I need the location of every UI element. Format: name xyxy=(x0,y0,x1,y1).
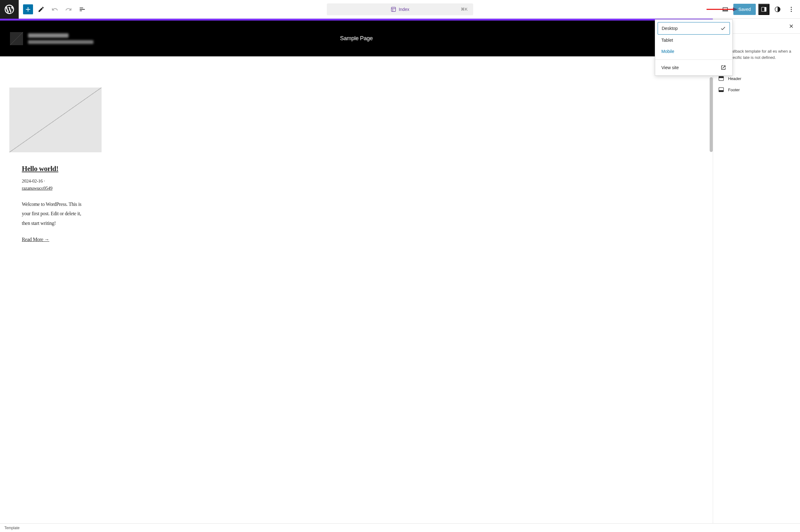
featured-image-placeholder[interactable] xyxy=(9,88,101,152)
close-icon xyxy=(788,23,794,29)
keyboard-shortcut: ⌘K xyxy=(461,7,468,12)
site-logo-placeholder[interactable] xyxy=(10,32,23,45)
main-area: Sample Page Hello world! 2024-02-16 · ra… xyxy=(0,19,800,523)
nav-sample-page[interactable]: Sample Page xyxy=(340,35,373,42)
svg-point-8 xyxy=(791,6,792,7)
sidebar-icon xyxy=(761,6,767,13)
footer-icon xyxy=(718,87,724,93)
post-date[interactable]: 2024-02-16 xyxy=(22,178,43,184)
document-switcher[interactable]: Index ⌘K xyxy=(327,3,473,15)
add-block-button[interactable] xyxy=(23,4,33,14)
svg-point-10 xyxy=(791,11,792,12)
top-toolbar: Index ⌘K Saved xyxy=(0,0,800,19)
template-icon xyxy=(391,6,396,12)
saved-button: Saved xyxy=(734,4,756,15)
undo-button[interactable] xyxy=(49,4,60,15)
list-view-button[interactable] xyxy=(77,4,88,15)
annotation-arrow xyxy=(707,6,738,13)
post-title[interactable]: Hello world! xyxy=(22,165,89,173)
check-icon xyxy=(720,25,726,31)
post-card[interactable]: Hello world! 2024-02-16 · razanuwuco9549… xyxy=(9,88,101,252)
post-excerpt[interactable]: Welcome to WordPress. This is your first… xyxy=(22,200,89,228)
dropdown-view-site[interactable]: View site xyxy=(655,60,732,75)
contrast-icon xyxy=(774,6,781,13)
post-body: Hello world! 2024-02-16 · razanuwuco9549… xyxy=(9,152,101,252)
toolbar-left xyxy=(19,4,92,15)
post-meta: 2024-02-16 · xyxy=(22,178,89,184)
toolbar-right: Saved xyxy=(720,4,800,15)
edit-tool-button[interactable] xyxy=(36,4,47,15)
document-name: Index xyxy=(399,7,409,12)
wordpress-logo[interactable] xyxy=(0,0,19,19)
site-title-blurred xyxy=(28,33,93,44)
close-sidebar-button[interactable] xyxy=(787,22,795,30)
styles-button[interactable] xyxy=(772,4,783,15)
scrollbar[interactable] xyxy=(710,77,713,152)
options-button[interactable] xyxy=(786,4,797,15)
view-dropdown: Desktop Tablet Mobile View site xyxy=(655,19,733,76)
settings-sidebar: Block x d as a fallback template for all… xyxy=(713,19,800,523)
svg-rect-6 xyxy=(764,7,766,11)
dropdown-mobile[interactable]: Mobile xyxy=(658,46,730,57)
settings-panel-toggle[interactable] xyxy=(758,4,769,15)
read-more-link[interactable]: Read More → xyxy=(22,237,89,242)
svg-point-9 xyxy=(791,9,792,10)
svg-rect-14 xyxy=(719,90,724,92)
area-footer[interactable]: Footer xyxy=(718,84,795,95)
content-area[interactable]: Hello world! 2024-02-16 · razanuwuco9549… xyxy=(0,56,713,261)
svg-rect-12 xyxy=(719,76,724,78)
dropdown-tablet[interactable]: Tablet xyxy=(658,35,730,46)
editor-canvas[interactable]: Sample Page Hello world! 2024-02-16 · ra… xyxy=(0,19,713,523)
redo-button[interactable] xyxy=(63,4,74,15)
dropdown-desktop[interactable]: Desktop xyxy=(658,22,730,35)
area-header-label: Header xyxy=(728,76,741,81)
post-author[interactable]: razanuwuco9549 xyxy=(22,186,89,191)
site-header-block[interactable]: Sample Page xyxy=(0,21,713,56)
header-icon xyxy=(718,75,724,82)
area-footer-label: Footer xyxy=(728,88,740,92)
svg-rect-0 xyxy=(391,7,396,12)
more-vertical-icon xyxy=(788,6,795,13)
external-link-icon xyxy=(721,65,726,70)
footer-breadcrumb[interactable]: Template xyxy=(0,523,800,532)
